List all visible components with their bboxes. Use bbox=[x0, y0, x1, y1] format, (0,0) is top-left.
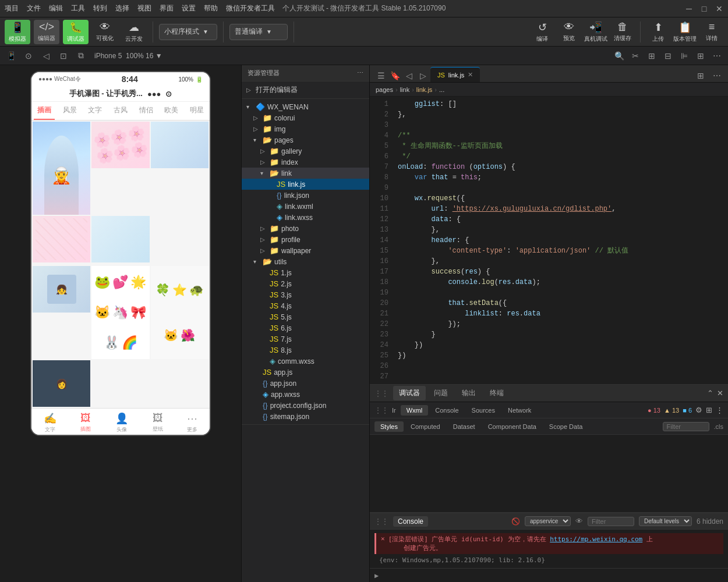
cls-label[interactable]: .cls bbox=[714, 423, 724, 430]
dt-tab-debugger[interactable]: 调试器 bbox=[393, 386, 426, 400]
index-folder[interactable]: ▷ 📁 index bbox=[242, 157, 369, 168]
console-filter-input[interactable] bbox=[588, 517, 634, 526]
nav-wallpaper[interactable]: 🖼 壁纸 bbox=[153, 412, 163, 434]
layout-icon[interactable]: ⊫ bbox=[678, 49, 691, 62]
code-editor[interactable]: 12345 678910 1112131415 1617181920 21222… bbox=[370, 97, 728, 384]
tab-欧美[interactable]: 欧美 bbox=[161, 105, 182, 120]
inspector-tab-component[interactable]: Component Data bbox=[482, 421, 542, 432]
img-pink-lines[interactable] bbox=[33, 216, 90, 262]
eye-icon[interactable]: 👁 bbox=[575, 517, 583, 526]
bookmark-icon[interactable]: 🔖 bbox=[388, 69, 401, 82]
error-link[interactable]: https://mp.weixin.qq.com bbox=[550, 535, 642, 543]
inspector-tab-styles[interactable]: Styles bbox=[374, 421, 404, 432]
menu-file[interactable]: 文件 bbox=[27, 3, 41, 13]
utils-1js[interactable]: JS 1.js bbox=[242, 267, 369, 278]
menu-settings[interactable]: 设置 bbox=[182, 3, 196, 13]
colorui-folder[interactable]: ▷ 📁 colorui bbox=[242, 112, 369, 123]
wxml-tab-network[interactable]: Network bbox=[502, 405, 537, 416]
menu-view[interactable]: 视图 bbox=[137, 3, 151, 13]
link-js-file[interactable]: JS link.js bbox=[242, 179, 369, 190]
editor-more-icon[interactable]: ⋯ bbox=[711, 69, 723, 82]
debug-btn[interactable]: 🐛 调试器 bbox=[63, 20, 89, 44]
pages-folder[interactable]: ▾ 📂 pages bbox=[242, 134, 369, 146]
rotate-icon[interactable]: ⊡ bbox=[57, 49, 70, 62]
service-selector[interactable]: appservice bbox=[525, 516, 571, 526]
device-icon[interactable]: 📱 bbox=[5, 49, 17, 62]
menu-help[interactable]: 帮助 bbox=[204, 3, 218, 13]
link-json-file[interactable]: {} link.json bbox=[242, 190, 369, 201]
wxml-tab-wxml[interactable]: Wxml bbox=[401, 405, 429, 416]
compile-dropdown[interactable]: 普通编译 ▼ bbox=[229, 24, 288, 40]
grid-icon[interactable]: ⊞ bbox=[645, 49, 658, 62]
back-nav-icon[interactable]: ◁ bbox=[402, 69, 415, 82]
gallery-folder[interactable]: ▷ 📁 gallery bbox=[242, 146, 369, 157]
link-wxss-file[interactable]: ◈ link.wxss bbox=[242, 212, 369, 223]
split-editor-icon[interactable]: ⊞ bbox=[694, 69, 707, 82]
mode-dropdown[interactable]: 小程序模式 ▼ bbox=[159, 24, 217, 40]
utils-8js[interactable]: JS 8.js bbox=[242, 345, 369, 356]
forward-nav-icon[interactable]: ▷ bbox=[416, 69, 429, 82]
wallpaper-folder[interactable]: ▷ 📁 wallpaper bbox=[242, 245, 369, 256]
tab-情侣[interactable]: 情侣 bbox=[136, 105, 157, 120]
tab-风景[interactable]: 风景 bbox=[59, 105, 80, 120]
close-tab-icon[interactable]: ✕ bbox=[468, 71, 473, 79]
open-editors-header[interactable]: ▷ 打开的编辑器 bbox=[242, 84, 369, 96]
img-stickers-mid[interactable]: 🐸 💕 🌟 🐱 🦄 🎀 🐰 🌈 bbox=[91, 266, 149, 359]
wxml-tab-sources[interactable]: Sources bbox=[466, 405, 501, 416]
devtools-expand-icon[interactable]: ⌃ bbox=[707, 389, 713, 398]
nav-avatar[interactable]: 👤 头像 bbox=[115, 412, 128, 434]
menu-project[interactable]: 项目 bbox=[5, 3, 19, 13]
dt-tab-output[interactable]: 输出 bbox=[456, 386, 482, 400]
inspector-tab-scope[interactable]: Scope Data bbox=[543, 421, 588, 432]
console-tab-main[interactable]: Console bbox=[393, 516, 428, 527]
menu-ui[interactable]: 界面 bbox=[160, 3, 174, 13]
utils-2js[interactable]: JS 2.js bbox=[242, 278, 369, 289]
clone-icon[interactable]: ⧉ bbox=[75, 49, 87, 62]
app-json-file[interactable]: {} app.json bbox=[242, 378, 369, 389]
back-icon[interactable]: ◁ bbox=[40, 49, 52, 62]
camera-icon[interactable]: ⊙ bbox=[22, 49, 35, 62]
sidebar-toggle-icon[interactable]: ☰ bbox=[374, 69, 387, 82]
img-girl-small[interactable]: 👧 bbox=[33, 266, 90, 313]
panel-toggle-icon[interactable]: ⊞ bbox=[694, 49, 707, 62]
profile-folder[interactable]: ▷ 📁 profile bbox=[242, 234, 369, 245]
project-config-file[interactable]: {} project.config.json bbox=[242, 400, 369, 411]
simulator-btn[interactable]: 📱 模拟器 bbox=[5, 20, 30, 44]
editor-btn[interactable]: </> 编辑器 bbox=[34, 20, 59, 44]
scissors-icon[interactable]: ✂ bbox=[629, 49, 642, 62]
nav-illustration[interactable]: 🖼 插图 bbox=[80, 412, 91, 434]
menu-goto[interactable]: 转到 bbox=[93, 3, 107, 13]
search-icon[interactable]: 🔍 bbox=[613, 49, 625, 62]
img-girl-dark[interactable]: 👩 bbox=[33, 360, 90, 407]
detail-btn[interactable]: ≡ 详情 bbox=[700, 21, 723, 42]
img-anime-girl[interactable]: 🧝 bbox=[33, 122, 90, 215]
clearstore-btn[interactable]: 🗑 清缓存 bbox=[611, 21, 634, 42]
clear-console-icon[interactable]: 🚫 bbox=[511, 517, 520, 526]
img-folder[interactable]: ▷ 📁 img bbox=[242, 123, 369, 134]
img-pink-pattern[interactable]: 🌸🌸🌸🌸🌸🌸 bbox=[91, 122, 149, 168]
devtools-close-icon[interactable]: ✕ bbox=[717, 389, 723, 398]
menu-tools[interactable]: 工具 bbox=[71, 3, 85, 13]
dt-tab-problem[interactable]: 问题 bbox=[428, 386, 454, 400]
nav-more[interactable]: ⋯ 更多 bbox=[187, 412, 197, 434]
utils-commwxss[interactable]: ◈ comm.wxss bbox=[242, 356, 369, 367]
compile-btn[interactable]: ↺ 编译 bbox=[531, 21, 554, 43]
img-light-blue2[interactable] bbox=[91, 216, 149, 262]
link-wxml-file[interactable]: ◈ link.wxml bbox=[242, 201, 369, 212]
dt-settings-icon[interactable]: ⚙ bbox=[695, 406, 702, 414]
realtest-btn[interactable]: 📲 真机调试 bbox=[584, 21, 607, 43]
menu-devtools[interactable]: 微信开发者工具 bbox=[226, 3, 275, 13]
link-folder[interactable]: ▾ 📂 link bbox=[242, 168, 369, 179]
tab-插画[interactable]: 插画 bbox=[34, 105, 55, 120]
tab-明星[interactable]: 明星 bbox=[186, 105, 207, 120]
inspector-tab-dataset[interactable]: Dataset bbox=[447, 421, 481, 432]
utils-3js[interactable]: JS 3.js bbox=[242, 289, 369, 300]
tab-文字[interactable]: 文字 bbox=[84, 105, 105, 120]
menu-edit[interactable]: 编辑 bbox=[49, 3, 63, 13]
filetree-more[interactable]: ⋯ bbox=[357, 69, 363, 77]
nav-text[interactable]: ✍ 文字 bbox=[44, 412, 56, 434]
wxml-tab-console[interactable]: Console bbox=[429, 405, 464, 416]
more-icon[interactable]: ⋯ bbox=[711, 49, 723, 62]
cloud-btn[interactable]: ☁ 云开发 bbox=[121, 20, 147, 44]
visual-btn[interactable]: 👁 可视化 bbox=[92, 20, 118, 44]
